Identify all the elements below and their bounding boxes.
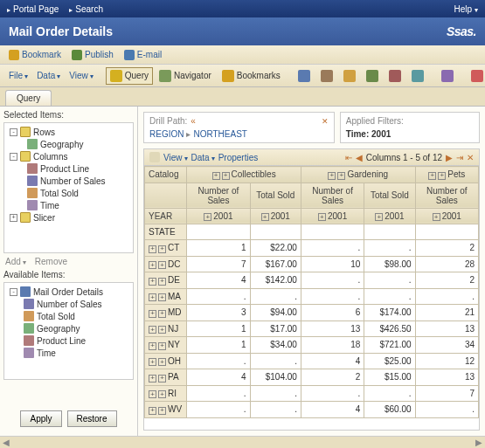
row-state-header[interactable]: STATE xyxy=(145,224,187,240)
col-group[interactable]: ++Collectibles xyxy=(187,167,301,183)
scroll-left-icon[interactable]: ◀ xyxy=(0,437,12,448)
expand-icon[interactable]: + xyxy=(158,245,166,253)
expand-icon[interactable]: + xyxy=(158,310,166,318)
expand-icon[interactable]: + xyxy=(158,261,166,269)
publish-link[interactable]: Publish xyxy=(72,50,114,60)
tree-node[interactable]: Product Line xyxy=(7,162,130,175)
expand-icon[interactable]: + xyxy=(158,278,166,286)
expand-icon[interactable]: - xyxy=(10,153,17,161)
expand-icon[interactable]: + xyxy=(158,326,166,334)
col-year-val[interactable]: +2001 xyxy=(415,208,478,224)
remove-action[interactable]: Remove xyxy=(35,257,67,266)
expand-icon[interactable]: + xyxy=(158,358,166,366)
row-header[interactable]: ++MA xyxy=(145,288,187,305)
tree-node[interactable]: Time xyxy=(7,199,130,211)
portal-page-link[interactable]: Portal Page xyxy=(7,4,59,14)
table-row[interactable]: ++DE4$142.00..2 xyxy=(145,272,479,289)
col-year-val[interactable]: +2001 xyxy=(364,208,415,224)
col-catalog[interactable]: Catalog xyxy=(145,167,187,183)
grid-close-icon[interactable]: ✕ xyxy=(467,153,474,162)
col-group[interactable]: ++Gardening xyxy=(301,167,415,183)
filter-button-4[interactable] xyxy=(362,67,383,85)
row-header[interactable]: ++DC xyxy=(145,256,187,272)
expand-icon[interactable]: - xyxy=(10,128,17,136)
expand-icon[interactable]: + xyxy=(149,278,156,286)
table-row[interactable]: ++CT1$22.00..2 xyxy=(145,240,479,257)
filter-item[interactable]: Time: 2001 xyxy=(346,129,474,139)
bookmarks-button[interactable]: Bookmarks xyxy=(218,67,285,85)
apply-button[interactable]: Apply xyxy=(20,410,61,427)
row-header[interactable]: ++PA xyxy=(145,369,187,386)
tree-node[interactable]: Number of Sales xyxy=(7,175,130,187)
scroll-right-icon[interactable]: ▶ xyxy=(473,437,485,448)
table-row[interactable]: ++RI....7 xyxy=(145,385,479,402)
col-year-val[interactable]: +2001 xyxy=(187,208,250,224)
col-measure[interactable]: Number of Sales xyxy=(187,183,250,208)
col-year-val[interactable]: +2001 xyxy=(250,208,301,224)
expand-icon[interactable]: + xyxy=(149,358,156,366)
col-group[interactable]: ++Pets xyxy=(415,167,478,183)
available-items-tree[interactable]: -Mail Order DetailsNumber of SalesTotal … xyxy=(3,282,134,380)
expand-icon[interactable]: + xyxy=(222,172,230,180)
tree-node[interactable]: +Slicer xyxy=(7,211,130,224)
email-link[interactable]: E-mail xyxy=(124,50,162,60)
tree-node[interactable]: Product Line xyxy=(7,334,130,347)
expand-icon[interactable]: + xyxy=(149,375,156,383)
row-header[interactable]: ++WV xyxy=(145,402,187,418)
data-menu[interactable]: Data xyxy=(33,69,64,82)
row-header[interactable]: ++MD xyxy=(145,305,187,321)
expand-icon[interactable]: + xyxy=(158,293,166,301)
collapse-icon[interactable]: « xyxy=(191,116,196,126)
col-measure[interactable]: Total Sold xyxy=(250,183,301,208)
tree-node[interactable]: Geography xyxy=(7,138,130,150)
expand-icon[interactable]: + xyxy=(149,310,156,318)
col-year[interactable]: YEAR xyxy=(145,208,187,224)
tree-node[interactable]: Geography xyxy=(7,322,130,334)
filter-button-1[interactable] xyxy=(294,67,315,85)
help-menu[interactable]: Help xyxy=(454,4,478,14)
expand-icon[interactable]: + xyxy=(10,214,17,222)
data-grid[interactable]: Catalog++Collectibles++Gardening++PetsNu… xyxy=(144,166,479,418)
row-header[interactable]: ++NJ xyxy=(145,320,187,337)
export-button[interactable] xyxy=(437,67,458,85)
table-row[interactable]: ++WV..4$60.00. xyxy=(145,402,479,418)
grid-properties-link[interactable]: Properties xyxy=(218,153,259,162)
selected-items-tree[interactable]: -RowsGeography-ColumnsProduct LineNumber… xyxy=(3,122,134,253)
expand-icon[interactable]: + xyxy=(212,172,220,180)
bookmark-link[interactable]: Bookmark xyxy=(9,50,61,60)
expand-icon[interactable]: + xyxy=(438,172,446,180)
pager-first-icon[interactable]: ⇤ xyxy=(345,153,352,162)
restore-button[interactable]: Restore xyxy=(67,410,117,427)
view-menu[interactable]: View xyxy=(66,69,97,82)
pager-next-icon[interactable]: ▶ xyxy=(446,153,453,162)
expand-icon[interactable]: + xyxy=(158,342,166,350)
tree-node[interactable]: Total Sold xyxy=(7,310,130,322)
tree-node[interactable]: Time xyxy=(7,347,130,359)
grid-icon[interactable] xyxy=(149,152,160,162)
search-link[interactable]: Search xyxy=(69,4,103,14)
expand-icon[interactable]: + xyxy=(328,172,336,180)
expand-icon[interactable]: + xyxy=(149,293,156,301)
table-row[interactable]: ++PA4$104.002$15.0013 xyxy=(145,369,479,386)
expand-icon[interactable]: + xyxy=(337,172,345,180)
col-year-val[interactable]: +2001 xyxy=(301,208,364,224)
col-measure[interactable]: Total Sold xyxy=(364,183,415,208)
row-header[interactable]: ++OH xyxy=(145,353,187,369)
col-measure[interactable]: Number of Sales xyxy=(415,183,478,208)
expand-icon[interactable]: + xyxy=(149,342,156,350)
grid-data-menu[interactable]: Data xyxy=(191,153,215,162)
expand-icon[interactable]: - xyxy=(10,288,17,296)
expand-icon[interactable]: + xyxy=(158,407,166,415)
expand-icon[interactable]: + xyxy=(261,213,269,221)
row-header[interactable]: ++NY xyxy=(145,337,187,354)
table-row[interactable]: ++MD3$94.006$174.0021 xyxy=(145,305,479,321)
file-menu[interactable]: File xyxy=(5,69,31,82)
expand-icon[interactable]: + xyxy=(375,213,383,221)
expand-icon[interactable]: + xyxy=(149,407,156,415)
table-row[interactable]: ++NY1$34.0018$721.0034 xyxy=(145,337,479,354)
expand-icon[interactable]: + xyxy=(158,390,166,398)
row-header[interactable]: ++RI xyxy=(145,385,187,402)
expand-icon[interactable]: + xyxy=(204,213,211,221)
tree-node[interactable]: -Rows xyxy=(7,126,130,138)
expand-icon[interactable]: + xyxy=(433,213,440,221)
